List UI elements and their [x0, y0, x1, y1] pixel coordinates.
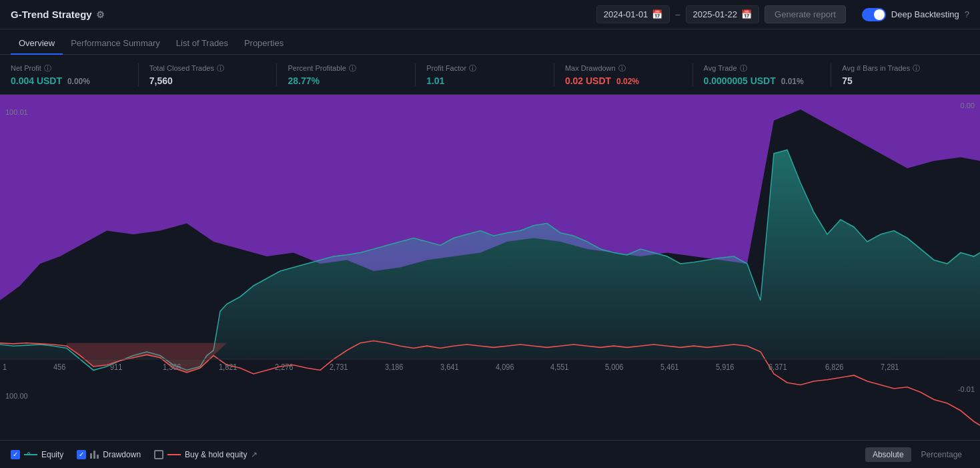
x-label-456: 456	[53, 363, 65, 372]
max-drawdown-label-text: Max Drawdown	[565, 64, 616, 72]
percent-profitable-value: 28.77%	[288, 75, 404, 86]
strategy-title: G-Trend Strategy ⚙	[11, 9, 105, 20]
date-to-value: 2025-01-22	[693, 9, 738, 19]
abs-percentage-toggle: Absolute Percentage	[865, 447, 969, 462]
absolute-button[interactable]: Absolute	[865, 447, 911, 462]
date-to-input[interactable]: 2025-01-22 📅	[686, 5, 760, 23]
avg-bars-info-icon[interactable]: ⓘ	[913, 63, 920, 73]
x-label-1366: 1,366	[163, 363, 181, 372]
gear-icon[interactable]: ⚙	[96, 9, 105, 20]
drawdown-legend-icon	[90, 451, 99, 459]
total-closed-trades-info-icon[interactable]: ⓘ	[217, 63, 224, 73]
total-closed-trades-value: 7,560	[149, 75, 266, 86]
max-drawdown-info-icon[interactable]: ⓘ	[618, 63, 626, 73]
header: G-Trend Strategy ⚙ 2024-01-01 📅 – 2025-0…	[0, 0, 980, 29]
nav-tabs: Overview Performance Summary List of Tra…	[0, 29, 980, 55]
metric-percent-profitable: Percent Profitable ⓘ 28.77%	[277, 63, 416, 86]
tab-performance-summary[interactable]: Performance Summary	[63, 33, 168, 55]
metric-avg-trade-label: Avg Trade ⓘ	[704, 63, 821, 73]
net-profit-info-icon[interactable]: ⓘ	[44, 63, 51, 73]
buy-hold-legend-icon	[167, 454, 181, 455]
help-icon[interactable]: ?	[965, 9, 969, 19]
x-label-4551: 4,551	[550, 363, 568, 372]
deep-backtesting-label: Deep Backtesting	[891, 9, 959, 19]
equity-legend-icon	[24, 454, 37, 455]
buy-hold-legend-label: Buy & hold equity	[185, 450, 247, 459]
percent-profitable-label-text: Percent Profitable	[288, 64, 346, 72]
x-label-4096: 4,096	[496, 363, 514, 372]
metric-avg-bars-in-trades: Avg # Bars in Trades ⓘ 75	[831, 63, 969, 86]
date-range: 2024-01-01 📅 – 2025-01-22 📅 Generate rep…	[596, 5, 969, 23]
percent-profitable-info-icon[interactable]: ⓘ	[349, 63, 356, 73]
net-profit-value: 0.004 USDT 0.00%	[11, 75, 127, 86]
net-profit-primary: 0.004 USDT	[11, 75, 62, 86]
chart-container[interactable]: 100.01 100.00 0.00 -0.01 1 456 911 1,366	[0, 95, 980, 440]
equity-legend-label: Equity	[41, 450, 63, 459]
y-right-label-top: 0.00	[961, 101, 975, 109]
max-drawdown-value: 0.02 USDT 0.02%	[565, 75, 682, 86]
date-from-input[interactable]: 2024-01-01 📅	[596, 5, 670, 23]
metric-percent-profitable-label: Percent Profitable ⓘ	[288, 63, 404, 73]
tab-overview[interactable]: Overview	[11, 33, 63, 55]
legend-equity[interactable]: Equity	[11, 450, 63, 459]
buy-hold-checkbox[interactable]	[154, 450, 163, 459]
x-label-6826: 6,826	[825, 363, 843, 372]
legend-buy-hold[interactable]: Buy & hold equity ↗	[154, 450, 258, 459]
x-label-5006: 5,006	[605, 363, 623, 372]
tab-properties[interactable]: Properties	[236, 33, 292, 55]
net-profit-label-text: Net Profit	[11, 64, 41, 72]
deep-backtesting-toggle-group: Deep Backtesting ?	[862, 8, 969, 21]
avg-bars-primary: 75	[842, 75, 853, 86]
drawdown-checkbox[interactable]	[77, 450, 86, 459]
metric-profit-factor-label: Profit Factor ⓘ	[426, 63, 543, 73]
legend-drawdown[interactable]: Drawdown	[77, 450, 141, 459]
y-right-label-bottom: -0.01	[958, 385, 975, 393]
metric-profit-factor: Profit Factor ⓘ 1.01	[416, 63, 554, 86]
date-from-value: 2024-01-01	[604, 9, 648, 19]
x-label-6371: 6,371	[769, 363, 787, 372]
chart-svg: 1 456 911 1,366 1,821 2,276 2,731 3,186 …	[0, 95, 980, 440]
max-drawdown-primary: 0.02 USDT	[565, 75, 611, 86]
total-closed-trades-primary: 7,560	[149, 75, 173, 86]
x-label-1: 1	[3, 363, 7, 372]
metric-net-profit-label: Net Profit ⓘ	[11, 63, 127, 73]
x-label-5916: 5,916	[716, 363, 734, 372]
equity-checkbox[interactable]	[11, 450, 20, 459]
profit-factor-value: 1.01	[426, 75, 543, 86]
metric-max-drawdown: Max Drawdown ⓘ 0.02 USDT 0.02%	[554, 63, 693, 86]
avg-trade-label-text: Avg Trade	[704, 64, 737, 72]
x-label-7281: 7,281	[881, 363, 899, 372]
total-closed-trades-label-text: Total Closed Trades	[149, 64, 214, 72]
deep-backtesting-toggle[interactable]	[862, 8, 886, 21]
net-profit-secondary: 0.00%	[67, 77, 90, 86]
buy-hold-trend-icon: ↗	[251, 450, 258, 459]
calendar-icon-from: 📅	[652, 9, 662, 19]
avg-trade-secondary: 0.01%	[781, 77, 804, 86]
legend-bar: Equity Drawdown Buy & hold equity ↗ Abso…	[0, 440, 980, 468]
y-left-label-top: 100.01	[5, 108, 28, 116]
avg-trade-info-icon[interactable]: ⓘ	[740, 63, 747, 73]
profit-factor-info-icon[interactable]: ⓘ	[469, 63, 476, 73]
profit-factor-primary: 1.01	[426, 75, 444, 86]
avg-bars-value: 75	[842, 75, 959, 86]
percentage-button[interactable]: Percentage	[914, 447, 969, 462]
metric-avg-bars-label: Avg # Bars in Trades ⓘ	[842, 63, 959, 73]
metric-total-closed-trades-label: Total Closed Trades ⓘ	[149, 63, 266, 73]
y-left-label-bottom: 100.00	[5, 392, 28, 400]
metrics-bar: Net Profit ⓘ 0.004 USDT 0.00% Total Clos…	[0, 55, 980, 95]
avg-trade-primary: 0.0000005 USDT	[704, 75, 776, 86]
date-separator: –	[675, 9, 680, 19]
x-label-1821: 1,821	[219, 363, 237, 372]
tab-list-of-trades[interactable]: List of Trades	[168, 33, 236, 55]
metric-max-drawdown-label: Max Drawdown ⓘ	[565, 63, 682, 73]
x-label-3186: 3,186	[385, 363, 403, 372]
avg-trade-value: 0.0000005 USDT 0.01%	[704, 75, 821, 86]
max-drawdown-secondary: 0.02%	[616, 77, 639, 86]
x-label-2731: 2,731	[330, 363, 348, 372]
metric-total-closed-trades: Total Closed Trades ⓘ 7,560	[139, 63, 278, 86]
x-label-911: 911	[110, 363, 122, 372]
metric-net-profit: Net Profit ⓘ 0.004 USDT 0.00%	[11, 63, 139, 86]
profit-factor-label-text: Profit Factor	[426, 64, 466, 72]
drawdown-legend-label: Drawdown	[103, 450, 141, 459]
generate-report-button[interactable]: Generate report	[765, 5, 846, 23]
